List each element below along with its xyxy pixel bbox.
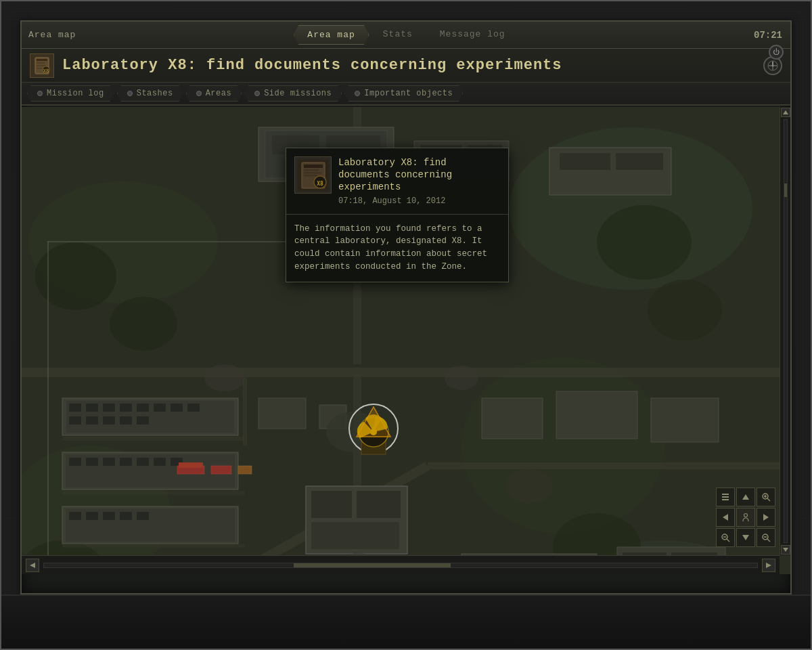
scroll-down-button[interactable] [781,545,790,555]
nav-tab-side-missions[interactable]: Side missions [244,85,342,102]
top-bar: Area map Area map Stats Message log 07:2… [22,22,790,49]
svg-marker-133 [763,514,769,521]
svg-rect-56 [120,416,132,425]
map-ctrl-down[interactable] [736,528,755,547]
svg-rect-112 [304,165,323,168]
svg-rect-115 [304,175,317,177]
scrollbar-track-v[interactable] [784,119,788,543]
svg-marker-144 [766,563,771,568]
svg-rect-79 [258,398,306,429]
scroll-right-button[interactable] [762,559,775,572]
tab-area-map[interactable]: Area map [293,25,369,45]
svg-rect-114 [304,172,321,174]
map-ctrl-zoom-out[interactable] [757,528,775,547]
label-stashes: Stashes [137,89,173,98]
svg-rect-63 [120,458,132,466]
nav-tab-stashes[interactable]: Stashes [117,85,183,102]
svg-rect-82 [311,491,352,518]
map-marker: ! [346,402,401,456]
power-icon: ⏻ [773,48,780,56]
svg-text:!: ! [371,426,376,433]
svg-point-103 [505,469,553,503]
svg-rect-1 [37,59,47,61]
dot-important-objects [355,91,360,96]
svg-text:X8: X8 [43,68,49,74]
dot-mission-log [37,91,43,96]
title-bar: X8 Laboratory X8: find documents concern… [22,49,790,83]
main-window: Area map Area map Stats Message log 07:2… [20,20,792,594]
svg-point-101 [204,364,245,391]
svg-marker-126 [742,494,749,500]
svg-rect-71 [103,512,115,520]
popup-icon: X8 [294,156,332,194]
svg-point-21 [110,297,177,351]
map-ctrl-zoom-in[interactable] [757,488,775,506]
map-area[interactable]: X8 Laboratory X8: find documents concern… [22,107,790,574]
svg-rect-99 [238,466,252,474]
svg-point-132 [744,514,748,517]
map-ctrl-center[interactable] [736,508,755,527]
svg-rect-83 [357,491,401,518]
tab-message-log[interactable]: Message log [426,25,519,45]
svg-rect-72 [120,512,132,520]
popup-title: Laboratory X8: find documents concerning… [338,156,500,194]
svg-marker-142 [783,548,788,552]
svg-marker-137 [742,535,749,540]
nav-tab-important-objects[interactable]: Important objects [344,85,463,102]
svg-point-16 [461,358,664,534]
dot-areas [196,91,202,96]
svg-rect-123 [722,494,729,495]
svg-rect-84 [311,522,399,549]
power-button[interactable]: ⏻ [769,45,784,60]
mission-title: Laboratory X8: find documents concerning… [62,57,755,74]
svg-rect-97 [179,462,203,468]
svg-rect-54 [86,416,98,425]
map-ctrl-left[interactable] [716,508,735,527]
dot-side-missions [254,91,260,96]
scrollbar-right [780,107,790,555]
svg-rect-41 [560,153,610,170]
popup-title-area: Laboratory X8: find documents concerning… [338,156,500,206]
scroll-up-button[interactable] [781,108,790,117]
scroll-left-button[interactable] [26,559,39,572]
label-side-missions: Side missions [264,89,332,98]
svg-point-23 [648,280,722,341]
svg-rect-50 [154,404,166,412]
popup-header: X8 Laboratory X8: find documents concern… [286,148,508,215]
svg-rect-42 [616,153,663,170]
svg-rect-87 [482,398,543,439]
clock-display: 07:21 [754,30,782,41]
map-ctrl-up[interactable] [736,488,755,506]
top-bar-left-label: Area map [28,30,76,40]
svg-point-102 [445,366,478,390]
map-ctrl-zoom-area[interactable] [716,528,735,547]
svg-rect-28 [22,368,790,377]
svg-line-139 [767,539,770,542]
svg-rect-69 [69,512,81,520]
svg-rect-88 [556,391,637,439]
svg-rect-85 [47,241,49,574]
radiation-symbol: ! [346,402,401,456]
svg-marker-131 [723,514,728,521]
svg-rect-52 [187,404,200,412]
nav-tab-mission-log[interactable]: Mission log [27,85,114,102]
nav-tab-areas[interactable]: Areas [186,85,242,102]
svg-rect-51 [171,404,183,412]
bottom-bar [1,594,811,649]
map-ctrl-right[interactable] [757,508,775,527]
label-important-objects: Important objects [364,89,453,98]
svg-rect-73 [137,512,149,520]
svg-line-128 [767,498,770,501]
scroll-thumb-v [784,183,787,197]
svg-rect-89 [651,398,719,442]
outer-frame: Area map Area map Stats Message log 07:2… [0,0,812,650]
map-controls [716,488,775,547]
svg-rect-55 [103,416,115,425]
svg-point-22 [597,205,692,280]
tab-stats[interactable]: Stats [369,25,426,45]
label-mission-log: Mission log [47,89,104,98]
map-ctrl-list[interactable] [716,488,735,506]
scrollbar-track-h[interactable] [43,563,758,568]
svg-text:X8: X8 [317,181,323,187]
svg-line-135 [727,539,729,542]
